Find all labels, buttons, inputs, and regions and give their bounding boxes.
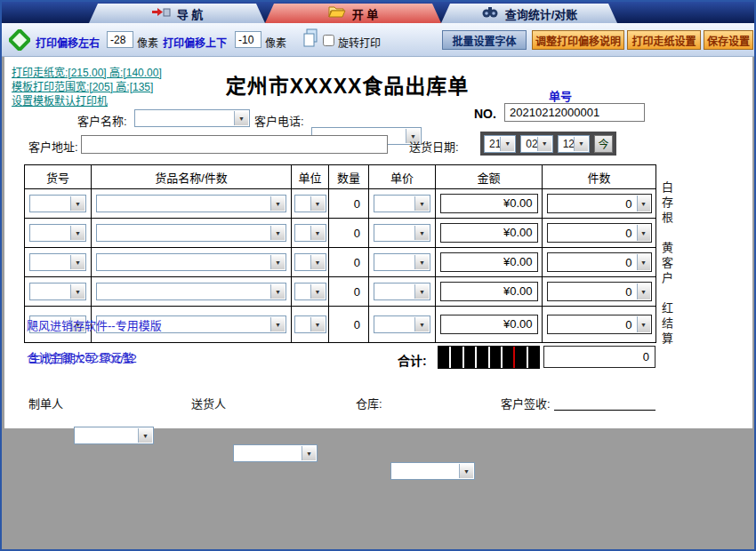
- date-year-combo[interactable]: 21 ▼: [484, 135, 516, 153]
- open-folder-icon: [328, 5, 346, 21]
- chevron-down-icon: ▼: [414, 317, 429, 331]
- offset-lr-input[interactable]: [107, 31, 133, 48]
- chevron-down-icon: ▼: [637, 316, 650, 332]
- col-amount: 金额: [436, 165, 543, 189]
- total-amount-display: [438, 346, 540, 369]
- unit-combo[interactable]: ▼: [294, 195, 326, 212]
- pieces-field[interactable]: 0▼: [547, 194, 652, 213]
- customer-name-label: 客户名称:: [77, 112, 127, 129]
- tab-create-order[interactable]: 开 单: [265, 4, 441, 23]
- date-day-combo[interactable]: 12 ▼: [558, 135, 590, 153]
- unit-combo[interactable]: ▼: [294, 283, 326, 300]
- quantity-cell[interactable]: 0: [329, 277, 369, 307]
- pieces-field[interactable]: 0▼: [547, 223, 652, 243]
- col-qty: 数量: [329, 165, 369, 189]
- customer-addr-label: 客户地址:: [28, 138, 78, 155]
- rotate-print-checkbox[interactable]: [323, 35, 334, 46]
- pieces-value: 0: [625, 227, 631, 240]
- amount-field[interactable]: ¥0.00: [440, 194, 538, 213]
- tab-bar: 导 航 开 单 查询统计/对账: [2, 2, 754, 23]
- quantity-cell[interactable]: 0: [329, 307, 369, 343]
- quantity-cell[interactable]: 0: [329, 248, 369, 277]
- paper-feed-settings-button[interactable]: 打印走纸设置: [627, 30, 701, 50]
- tab-query-statistics[interactable]: 查询统计/对账: [441, 4, 617, 23]
- table-row: ▼ ▼ ▼ 0 ▼ ¥0.00 0▼: [25, 277, 656, 307]
- item-code-combo[interactable]: ▼: [29, 253, 86, 271]
- customer-addr-input[interactable]: [81, 135, 388, 154]
- signature-line: [554, 410, 655, 411]
- maker-label: 制单人: [28, 395, 63, 411]
- item-code-combo[interactable]: ▼: [29, 195, 86, 212]
- chevron-down-icon: ▼: [70, 255, 84, 269]
- pieces-value: 0: [625, 197, 631, 211]
- deliverer-combo[interactable]: ▼: [233, 444, 318, 462]
- price-combo[interactable]: ▼: [374, 253, 430, 271]
- today-button[interactable]: 今: [594, 135, 613, 153]
- chevron-down-icon: ▼: [637, 196, 650, 212]
- batch-font-button[interactable]: 批量设置字体: [442, 30, 527, 50]
- copy-label-white-stub: 白存根: [658, 181, 675, 227]
- item-name-combo[interactable]: ▼: [96, 253, 286, 271]
- unit-combo[interactable]: ▼: [294, 315, 326, 333]
- item-name-combo[interactable]: ▼: [96, 283, 286, 300]
- quantity-cell[interactable]: 0: [329, 189, 369, 219]
- col-pieces: 件数: [543, 165, 656, 189]
- no-label: NO.: [474, 107, 496, 121]
- price-combo[interactable]: ▼: [374, 283, 430, 300]
- item-code-combo[interactable]: ▼: [29, 283, 86, 300]
- copy-label-yellow-customer: 黄客户: [658, 242, 675, 287]
- template-watermark: 飓风进销存软件--专用模版: [27, 316, 162, 333]
- copy-label-red-settlement: 红结算: [658, 302, 675, 347]
- tab-label: 查询统计/对账: [505, 5, 578, 22]
- quantity-cell[interactable]: 0: [329, 219, 369, 248]
- default-printer-link[interactable]: 设置模板默认打印机: [12, 92, 108, 108]
- date-month-combo[interactable]: 02 ▼: [520, 135, 552, 153]
- table-header-row: 货号 货品名称/件数 单位 数量 单价 金额 件数: [25, 165, 656, 189]
- chevron-down-icon: ▼: [414, 284, 429, 299]
- order-no-input[interactable]: [504, 103, 645, 122]
- tab-navigation[interactable]: 导 航: [89, 4, 265, 23]
- item-name-combo[interactable]: ▼: [96, 195, 286, 212]
- chevron-down-icon: ▼: [270, 317, 285, 331]
- warehouse-combo[interactable]: ▼: [390, 462, 475, 480]
- item-code-combo[interactable]: ▼: [29, 224, 86, 242]
- chevron-down-icon: ▼: [70, 196, 84, 211]
- unit-combo[interactable]: ▼: [294, 224, 326, 242]
- save-settings-button[interactable]: 保存设置: [704, 30, 753, 50]
- table-row: ▼ ▼ ▼ 0 ▼ ¥0.00 0▼: [25, 219, 656, 248]
- amount-field[interactable]: ¥0.00: [440, 252, 538, 272]
- pieces-field[interactable]: 0▼: [547, 315, 652, 334]
- chevron-down-icon: ▼: [459, 464, 473, 478]
- deliverer-label: 送货人: [191, 395, 226, 411]
- chevron-down-icon: ▼: [270, 284, 285, 299]
- unit-combo[interactable]: ▼: [294, 253, 326, 271]
- customer-sign-label: 客户签收:: [501, 395, 551, 411]
- adjust-offset-help-button[interactable]: 调整打印偏移说明: [532, 30, 624, 50]
- app-window: 导 航 开 单 查询统计/对账 打印偏移左右 像素 打印偏移上下 像素 旋: [0, 0, 756, 551]
- maker-combo[interactable]: ▼: [74, 427, 154, 444]
- pieces-field[interactable]: 0▼: [547, 282, 652, 301]
- amount-field[interactable]: ¥0.00: [440, 223, 538, 243]
- pieces-value: 0: [625, 318, 631, 331]
- tab-label: 导 航: [177, 5, 204, 22]
- price-combo[interactable]: ▼: [374, 224, 430, 242]
- pieces-value: 0: [625, 256, 631, 269]
- paper-size-link[interactable]: 打印走纸宽:[215.00] 高:[140.00]: [12, 64, 162, 79]
- amount-field[interactable]: ¥0.00: [440, 315, 538, 334]
- total-pieces-field[interactable]: 0: [543, 346, 655, 368]
- offset-tb-input[interactable]: [235, 31, 261, 48]
- price-combo[interactable]: ▼: [374, 195, 430, 212]
- col-unit: 单位: [292, 165, 329, 189]
- amount-field[interactable]: ¥0.00: [440, 282, 538, 301]
- template-range-link[interactable]: 模板打印范围宽:[205] 高:[135]: [12, 78, 153, 93]
- pieces-field[interactable]: 0▼: [547, 252, 652, 272]
- col-item-code: 货号: [25, 165, 92, 189]
- item-name-combo[interactable]: ▼: [96, 224, 286, 242]
- pages-icon: [302, 28, 319, 52]
- price-combo[interactable]: ▼: [374, 315, 430, 333]
- customer-name-combo[interactable]: ▼: [134, 109, 250, 127]
- chevron-down-icon: ▼: [138, 428, 152, 443]
- rotate-print-label: 旋转打印: [338, 35, 381, 50]
- offset-lr-label: 打印偏移左右: [36, 35, 100, 50]
- pixel-unit-label-2: 像素: [265, 35, 286, 50]
